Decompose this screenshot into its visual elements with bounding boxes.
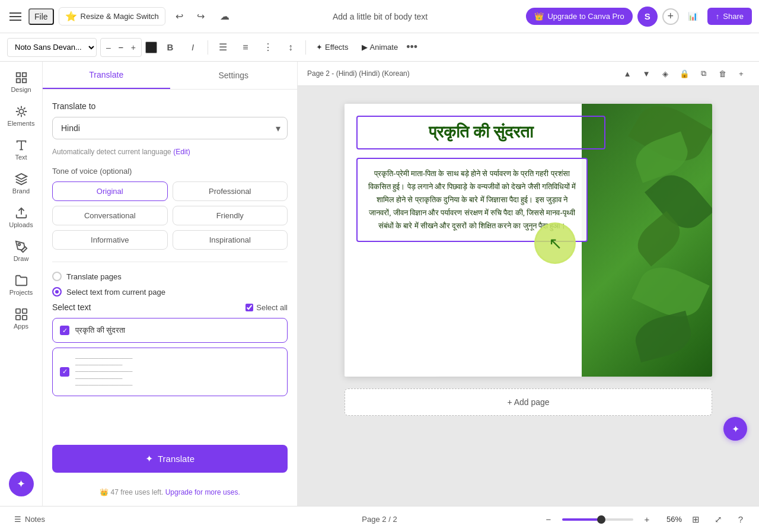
font-size-decrease[interactable]: – bbox=[104, 43, 113, 52]
text-item-1[interactable]: ✓ प्रकृति की सुंदरता bbox=[52, 318, 288, 343]
bold-button[interactable]: B bbox=[161, 38, 180, 57]
file-menu[interactable]: File bbox=[28, 8, 54, 25]
uses-info: 👑 47 free uses left. Upgrade for more us… bbox=[43, 482, 297, 506]
share-icon: ↑ bbox=[716, 12, 720, 21]
body-text: प्रकृति-प्रेमी माता-पिता के साथ बड़े होन… bbox=[367, 167, 577, 232]
title-text-box[interactable]: प्रकृति की सुंदरता bbox=[356, 116, 605, 149]
sidebar-item-apps[interactable]: Apps bbox=[4, 303, 39, 335]
divider bbox=[52, 262, 288, 262]
page-indicator-text: Page 2 - (Hindi) (Hindi) (Korean) bbox=[307, 69, 410, 78]
page-copy-button[interactable]: ⧉ bbox=[695, 65, 712, 82]
topbar: File ⭐ Resize & Magic Switch ↩ ↪ ☁ 👑 Upg… bbox=[0, 0, 759, 33]
align-left-button[interactable]: ☰ bbox=[213, 38, 232, 57]
zoom-out-button[interactable]: − bbox=[540, 511, 557, 528]
crown-small-icon: 👑 bbox=[100, 488, 109, 496]
sidebar-label-apps: Apps bbox=[14, 323, 28, 330]
translate-action-button[interactable]: ✦ Translate bbox=[52, 445, 288, 473]
page-indicator-bar: Page 2 - (Hindi) (Hindi) (Korean) ▲ ▼ ◈ … bbox=[298, 62, 759, 86]
select-all-checkbox[interactable] bbox=[245, 304, 253, 311]
radio-pages-label: Translate pages bbox=[66, 272, 122, 281]
page-down-button[interactable]: ▼ bbox=[638, 65, 655, 82]
upgrade-uses-link[interactable]: Upgrade for more uses. bbox=[165, 488, 240, 496]
add-page-button[interactable]: + Add page bbox=[345, 388, 712, 416]
undo-button[interactable]: ↩ bbox=[170, 7, 189, 26]
font-family-select[interactable]: Noto Sans Devan... bbox=[7, 38, 97, 57]
bottom-bar: ☰ Notes Page 2 / 2 − + 56% ⊞ ⤢ ? bbox=[0, 506, 759, 532]
tone-grid: Original Professional Conversational Fri… bbox=[52, 181, 288, 250]
redo-button[interactable]: ↪ bbox=[192, 7, 211, 26]
sidebar-item-uploads[interactable]: Uploads bbox=[4, 202, 39, 233]
text-item-2[interactable]: ✓ ──────────────────────────────────────… bbox=[52, 348, 288, 396]
sidebar-item-projects[interactable]: Projects bbox=[4, 269, 39, 301]
toolbar-divider-1 bbox=[208, 40, 208, 55]
zoom-in-button[interactable]: + bbox=[638, 511, 656, 528]
document-title-input[interactable] bbox=[329, 12, 432, 21]
sidebar-assistant-button[interactable]: ✦ bbox=[9, 472, 34, 496]
page-card[interactable]: प्रकृति की सुंदरता प्रकृति-प्रेमी माता-प… bbox=[345, 104, 712, 377]
upgrade-button[interactable]: 👑 Upgrade to Canva Pro bbox=[526, 8, 632, 25]
zoom-percentage: 56% bbox=[661, 515, 682, 524]
spark-button[interactable]: ✦ bbox=[723, 417, 747, 441]
svg-rect-8 bbox=[15, 316, 20, 320]
tone-friendly[interactable]: Friendly bbox=[173, 206, 288, 225]
animate-button[interactable]: ▶ Animate bbox=[357, 40, 403, 54]
align-center-button[interactable]: ≡ bbox=[236, 38, 255, 57]
page-lock-button[interactable]: 🔒 bbox=[676, 65, 693, 82]
avatar-button[interactable]: S bbox=[637, 7, 658, 27]
sidebar-item-elements[interactable]: Elements bbox=[4, 100, 39, 132]
page-delete-button[interactable]: 🗑 bbox=[714, 65, 731, 82]
text-preview-lines: ────────────────────────────────────────… bbox=[75, 355, 280, 388]
page-content: प्रकृति की सुंदरता प्रकृति-प्रेमी माता-प… bbox=[345, 104, 712, 254]
page-add-button[interactable]: + bbox=[733, 65, 750, 82]
text-color-picker[interactable] bbox=[145, 42, 157, 53]
hamburger-menu[interactable] bbox=[7, 8, 24, 25]
page-number: Page 2 / 2 bbox=[362, 515, 397, 524]
page-view-button[interactable]: ◈ bbox=[657, 65, 674, 82]
text-item-2-content: ────────────────────────────────────────… bbox=[75, 355, 280, 388]
tone-inspirational[interactable]: Inspirational bbox=[173, 230, 288, 250]
sidebar-item-text[interactable]: Text bbox=[4, 134, 39, 165]
svg-point-5 bbox=[18, 244, 20, 246]
align-right-button[interactable]: ⋮ bbox=[259, 38, 278, 57]
tone-original[interactable]: Original bbox=[52, 181, 168, 201]
tone-professional[interactable]: Professional bbox=[173, 181, 288, 201]
magic-switch-button[interactable]: ⭐ Resize & Magic Switch bbox=[59, 7, 165, 26]
tone-informative[interactable]: Informative bbox=[52, 230, 168, 250]
sidebar-label-uploads: Uploads bbox=[9, 221, 33, 228]
arrow-circle-element[interactable]: ↖ bbox=[534, 222, 576, 264]
notes-button[interactable]: ☰ Notes bbox=[9, 512, 50, 527]
page-up-button[interactable]: ▲ bbox=[619, 65, 636, 82]
sidebar-item-brand[interactable]: Brand bbox=[4, 168, 39, 199]
tone-conversational[interactable]: Conversational bbox=[52, 206, 168, 225]
svg-rect-7 bbox=[22, 309, 26, 313]
auto-detect-text: Automatically detect current language (E… bbox=[52, 148, 288, 156]
radio-select-current[interactable]: Select text from current page bbox=[52, 287, 288, 297]
sidebar-label-design: Design bbox=[11, 86, 31, 93]
text-spacing-button[interactable]: ↕ bbox=[281, 38, 300, 57]
add-collaborator-button[interactable]: + bbox=[662, 8, 679, 25]
italic-button[interactable]: I bbox=[183, 38, 202, 57]
zoom-slider[interactable] bbox=[562, 518, 633, 521]
more-options-button[interactable]: ••• bbox=[406, 41, 417, 53]
effects-icon: ✦ bbox=[316, 43, 323, 52]
grid-view-button[interactable]: ⊞ bbox=[687, 511, 704, 528]
font-size-increase[interactable]: + bbox=[129, 43, 138, 52]
expand-button[interactable]: ⤢ bbox=[709, 511, 727, 528]
tab-settings[interactable]: Settings bbox=[170, 62, 298, 89]
effects-button[interactable]: ✦ Effects bbox=[311, 40, 353, 54]
help-button[interactable]: ? bbox=[732, 511, 750, 528]
animate-icon: ▶ bbox=[362, 43, 368, 52]
tab-translate[interactable]: Translate bbox=[43, 62, 170, 89]
auto-detect-edit-link[interactable]: (Edit) bbox=[173, 148, 190, 156]
language-select-input[interactable]: Hindi bbox=[52, 117, 288, 139]
radio-current-label: Select text from current page bbox=[66, 288, 165, 297]
cloud-save-button[interactable]: ☁ bbox=[215, 7, 234, 26]
radio-translate-pages[interactable]: Translate pages bbox=[52, 272, 288, 281]
sidebar-item-design[interactable]: Design bbox=[4, 66, 39, 98]
sidebar-item-draw[interactable]: Draw bbox=[4, 235, 39, 267]
analytics-button[interactable]: 📊 bbox=[684, 7, 703, 26]
share-button[interactable]: ↑ Share bbox=[707, 8, 752, 25]
select-text-header: Select text Select all bbox=[52, 302, 288, 312]
select-all-label[interactable]: Select all bbox=[245, 303, 288, 312]
page-controls: ▲ ▼ ◈ 🔒 ⧉ 🗑 + bbox=[619, 65, 750, 82]
